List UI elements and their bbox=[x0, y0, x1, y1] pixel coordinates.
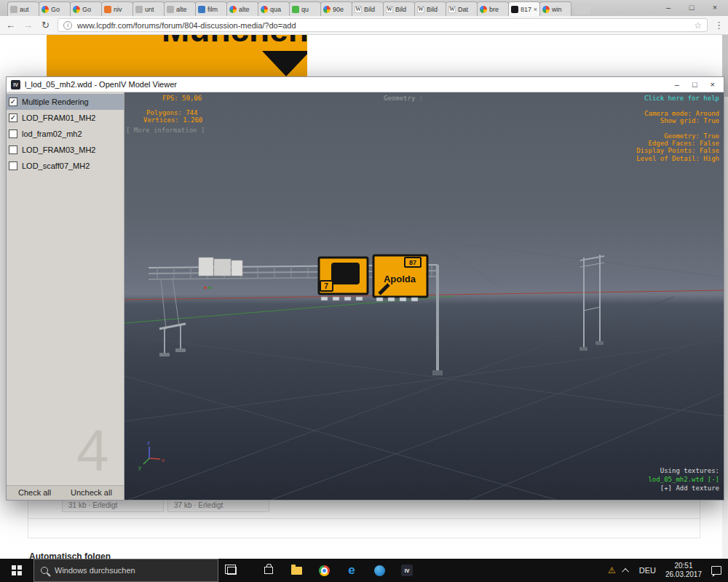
model-list-item[interactable]: LOD_FRAM03_MH2 bbox=[7, 142, 124, 158]
checkbox-unchecked[interactable] bbox=[9, 162, 17, 170]
browser-tab[interactable]: WBild bbox=[383, 1, 415, 16]
back-icon[interactable]: ← bbox=[5, 20, 16, 31]
maximize-button[interactable]: □ bbox=[692, 80, 697, 89]
wikipedia-favicon: W bbox=[355, 6, 362, 13]
system-tray: ⚠ DEU 20:51 26.03.2017 bbox=[608, 559, 728, 582]
browser-tab[interactable]: 90e bbox=[320, 1, 352, 16]
close-tab-icon[interactable]: × bbox=[534, 6, 537, 13]
checkbox-checked[interactable]: ✓ bbox=[9, 113, 17, 122]
sign-back-panels bbox=[199, 258, 242, 289]
address-bar[interactable]: i www.lcpdfr.com/forums/forum/804-discus… bbox=[58, 18, 708, 32]
google-favicon bbox=[41, 6, 49, 13]
axis-z-label: z bbox=[147, 439, 150, 446]
browser-tab[interactable]: Go bbox=[39, 1, 71, 16]
add-texture-button[interactable]: [+] Add texture bbox=[648, 484, 719, 493]
minimize-button[interactable]: – bbox=[657, 0, 680, 16]
store-button[interactable] bbox=[255, 559, 282, 582]
browser-tab[interactable]: qu bbox=[289, 1, 321, 16]
window-title: l_lod_05_mh2.wdd - OpenIV Model Viewer bbox=[25, 80, 670, 89]
browser-tab[interactable]: WDat bbox=[446, 1, 478, 16]
model-list-item[interactable]: LOD_scaff07_MH2 bbox=[7, 158, 124, 174]
favicon bbox=[10, 6, 17, 13]
mode-divider: | bbox=[419, 95, 423, 102]
close-button[interactable]: × bbox=[711, 80, 715, 89]
help-link[interactable]: Click here for help bbox=[644, 95, 719, 102]
taskbar-search-input[interactable]: Windows durchsuchen bbox=[33, 559, 218, 582]
browser-tab-active[interactable]: 817× bbox=[508, 1, 540, 16]
task-view-button[interactable] bbox=[218, 559, 245, 582]
browser-window-controls: – □ × bbox=[657, 0, 727, 16]
far-right-gantry bbox=[579, 255, 604, 351]
wikipedia-favicon: W bbox=[448, 6, 456, 13]
texture-file-entry[interactable]: lod_05_mh2.wtd [-] bbox=[648, 475, 719, 484]
search-placeholder: Windows durchsuchen bbox=[55, 566, 135, 575]
model-list-item[interactable]: ✓ Multiple Rendering bbox=[7, 94, 124, 110]
openiv-titlebar[interactable]: IV l_lod_05_mh2.wdd - OpenIV Model Viewe… bbox=[7, 77, 724, 92]
model-item-label: LOD_scaff07_MH2 bbox=[22, 162, 90, 170]
browser-tab[interactable]: alte bbox=[226, 1, 258, 16]
sign-triangle bbox=[262, 51, 307, 76]
render-mode-toggle: Geometry | Skeleton bbox=[384, 95, 459, 102]
clock-time: 20:51 bbox=[665, 562, 702, 570]
geometry-mode-tab[interactable]: Geometry bbox=[384, 95, 415, 102]
camera-mode-readout: Camera mode: Around bbox=[644, 110, 719, 117]
checkbox-unchecked[interactable] bbox=[9, 146, 17, 154]
texture-panel: Using textures: lod_05_mh2.wtd [-] [+] A… bbox=[648, 466, 719, 493]
browser-tabstrip: aut Go Go niv unt alte film alte qua qu … bbox=[0, 0, 728, 16]
refresh-icon[interactable]: ↻ bbox=[40, 20, 51, 31]
skeleton-mode-tab[interactable]: Skeleton bbox=[427, 95, 459, 102]
bookmark-star-icon[interactable]: ☆ bbox=[694, 20, 702, 31]
language-indicator[interactable]: DEU bbox=[639, 566, 656, 575]
close-button[interactable]: × bbox=[703, 0, 727, 16]
checkbox-unchecked[interactable] bbox=[9, 129, 17, 138]
blue-app-button[interactable] bbox=[365, 559, 393, 582]
check-all-button[interactable]: Check all bbox=[18, 488, 51, 497]
model-list-item[interactable]: ✓ LOD_FRAM01_MH2 bbox=[7, 110, 124, 126]
openiv-button[interactable]: IV bbox=[393, 559, 421, 582]
browser-menu-icon[interactable]: ⋮ bbox=[714, 20, 723, 31]
start-button[interactable] bbox=[0, 559, 33, 582]
browser-tab[interactable]: alte bbox=[164, 1, 196, 16]
browser-tab[interactable]: WBild bbox=[414, 1, 446, 16]
browser-tab[interactable]: win bbox=[539, 1, 571, 16]
edge-button[interactable]: e bbox=[338, 559, 365, 582]
clock[interactable]: 20:51 26.03.2017 bbox=[665, 562, 702, 579]
model-list-item[interactable]: lod_fram02_mh2 bbox=[7, 126, 124, 142]
display-points-readout: Display Points: False bbox=[636, 147, 719, 154]
uncheck-all-button[interactable]: Uncheck all bbox=[71, 488, 112, 497]
route-7-label: 7 bbox=[324, 282, 328, 290]
geometry-readout: Geometry: True bbox=[664, 132, 719, 140]
browser-tab[interactable]: unt bbox=[132, 1, 165, 16]
chrome-button[interactable] bbox=[310, 559, 338, 582]
warning-icon[interactable]: ⚠ bbox=[608, 565, 616, 575]
show-hidden-icons-chevron[interactable] bbox=[622, 567, 629, 575]
using-textures-label: Using textures: bbox=[648, 466, 719, 475]
browser-tab[interactable]: WBild bbox=[352, 1, 384, 16]
action-center-icon[interactable] bbox=[711, 566, 721, 575]
maximize-button[interactable]: □ bbox=[680, 0, 703, 16]
browser-toolbar: ← → ↻ i www.lcpdfr.com/forums/forum/804-… bbox=[0, 16, 728, 35]
browser-tab[interactable]: niv bbox=[101, 1, 133, 16]
forward-icon[interactable]: → bbox=[23, 20, 33, 31]
google-favicon bbox=[542, 6, 550, 13]
page-info-icon[interactable]: i bbox=[63, 21, 72, 30]
browser-tab[interactable]: qua bbox=[258, 1, 290, 16]
model-viewport[interactable]: 7 87 Apolda bbox=[124, 92, 724, 500]
browser-tab[interactable]: bre bbox=[477, 1, 509, 16]
model-item-label: LOD_FRAM03_MH2 bbox=[22, 146, 95, 154]
new-tab-button[interactable] bbox=[574, 4, 590, 15]
browser-tab[interactable]: film bbox=[195, 1, 227, 16]
search-icon bbox=[41, 567, 48, 574]
checkbox-checked[interactable]: ✓ bbox=[9, 97, 17, 106]
show-grid-readout: Show grid: True bbox=[660, 117, 719, 124]
openiv-window: IV l_lod_05_mh2.wdd - OpenIV Model Viewe… bbox=[6, 76, 724, 501]
browser-tab[interactable]: Go bbox=[70, 1, 102, 16]
axis-y-label: y bbox=[138, 464, 141, 471]
file-explorer-button[interactable] bbox=[282, 559, 310, 582]
more-information-link[interactable]: [ More information ] bbox=[126, 127, 205, 134]
browser-tab[interactable]: aut bbox=[7, 1, 39, 16]
minimize-button[interactable]: – bbox=[675, 80, 679, 89]
right-pole bbox=[432, 265, 443, 375]
edge-icon: e bbox=[348, 565, 355, 576]
editor-container bbox=[28, 518, 700, 538]
